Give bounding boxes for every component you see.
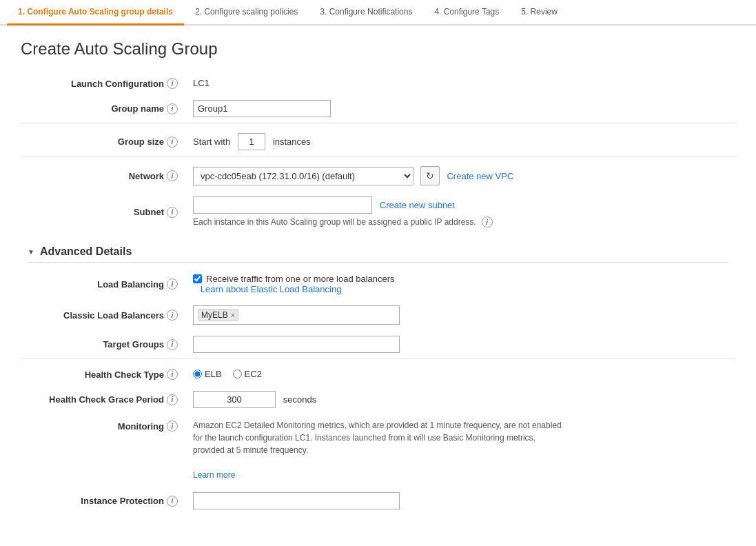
instance-protection-value-cell [186,487,735,515]
group-size-input[interactable] [238,133,265,150]
launch-config-row: Launch Configuration i LC1 [21,72,735,94]
page-title: Create Auto Scaling Group [21,39,735,59]
network-label-cell: Network i [21,156,186,192]
health-check-ec2-radio[interactable] [233,370,242,378]
group-size-prefix: Start with [193,136,230,147]
instance-protection-row: Instance Protection i [21,487,735,515]
ip-info-text: Each instance in this Auto Scaling group… [193,217,476,227]
monitoring-label: Monitoring [118,421,164,432]
classic-lb-label: Classic Load Balancers [63,310,164,321]
launch-config-value-cell: LC1 [186,72,735,94]
ip-info-icon[interactable]: i [482,216,493,228]
monitoring-label-cell: Monitoring i [21,414,186,487]
health-check-elb-label[interactable]: ELB [193,369,222,379]
advanced-details-chevron: ▼ [28,248,34,256]
network-select[interactable]: vpc-cdc05eab (172.31.0.0/16) (default) [193,167,413,185]
tab-configure-asg[interactable]: 1. Configure Auto Scaling group details [7,0,184,26]
health-check-grace-info-icon[interactable]: i [167,394,178,405]
monitoring-text: Amazon EC2 Detailed Monitoring metrics, … [193,421,562,455]
health-check-type-info-icon[interactable]: i [167,369,178,380]
ip-info-row: Each instance in this Auto Scaling group… [193,216,728,228]
monitoring-row: Monitoring i Amazon EC2 Detailed Monitor… [21,414,735,487]
health-check-grace-label-cell: Health Check Grace Period i [21,385,186,414]
instance-protection-info-icon[interactable]: i [167,496,178,507]
learn-elb-link[interactable]: Learn about Elastic Load Balancing [201,284,342,294]
load-balancing-checkbox-label[interactable]: Receive traffic from one or more load ba… [193,274,728,284]
health-check-type-row: Health Check Type i ELB EC2 [21,359,735,386]
advanced-details-toggle[interactable]: ▼ Advanced Details [28,239,728,262]
classic-lb-label-cell: Classic Load Balancers i [21,300,186,330]
advanced-details-header-row: ▼ Advanced Details [21,233,735,268]
health-check-type-label: Health Check Type [85,370,164,380]
myelb-tag-label: MyELB [201,310,228,320]
health-check-grace-suffix: seconds [283,394,316,405]
subnet-info-icon[interactable]: i [167,207,178,218]
create-vpc-link[interactable]: Create new VPC [447,171,513,181]
group-size-info-icon[interactable]: i [167,136,178,148]
create-subnet-link[interactable]: Create new subnet [380,200,455,210]
health-check-grace-row: Health Check Grace Period i seconds [21,385,735,414]
instance-protection-input[interactable] [193,492,400,509]
group-name-label-cell: Group name i [21,94,186,123]
network-refresh-button[interactable]: ↻ [420,166,440,185]
launch-config-label: Launch Configuration [71,79,164,89]
myelb-tag: MyELB × [198,309,238,321]
launch-config-info-icon[interactable]: i [167,78,178,89]
health-check-ec2-label[interactable]: EC2 [233,369,262,379]
target-groups-input[interactable] [193,336,400,353]
classic-lb-value-cell: MyELB × [186,300,735,330]
group-name-value-cell [186,94,735,123]
network-row: Network i vpc-cdc05eab (172.31.0.0/16) (… [21,156,735,192]
classic-lb-row: Classic Load Balancers i MyELB × [21,300,735,330]
monitoring-value-cell: Amazon EC2 Detailed Monitoring metrics, … [186,414,735,487]
health-check-grace-label: Health Check Grace Period [49,394,164,405]
instance-protection-label-cell: Instance Protection i [21,487,186,515]
advanced-details-header-cell: ▼ Advanced Details [21,233,735,268]
health-check-type-label-cell: Health Check Type i [21,359,186,386]
subnet-label: Subnet [134,207,164,217]
tab-notifications[interactable]: 3. Configure Notifications [309,0,423,26]
group-name-info-icon[interactable]: i [167,103,178,114]
group-size-suffix: instances [273,136,311,147]
tab-review[interactable]: 5. Review [510,0,569,26]
network-info-icon[interactable]: i [167,170,178,181]
health-check-type-radio-group: ELB EC2 [193,369,728,379]
target-groups-label: Target Groups [103,339,164,350]
group-name-label: Group name [111,103,164,114]
group-name-input[interactable] [193,100,331,117]
target-groups-row: Target Groups i [21,330,735,359]
group-size-row: Group size i Start with instances [21,123,735,156]
classic-lb-input[interactable]: MyELB × [193,305,400,325]
myelb-tag-remove[interactable]: × [231,311,235,319]
load-balancing-label: Load Balancing [97,279,164,290]
classic-lb-info-icon[interactable]: i [167,310,178,321]
page-content: Create Auto Scaling Group Launch Configu… [0,26,756,529]
advanced-details-label: Advanced Details [40,245,132,258]
load-balancing-info-icon[interactable]: i [167,279,178,290]
load-balancing-value-cell: Receive traffic from one or more load ba… [186,268,735,300]
target-groups-info-icon[interactable]: i [167,339,178,350]
network-label: Network [129,171,164,181]
group-size-value-cell: Start with instances [186,123,735,156]
health-check-grace-input[interactable] [193,391,276,408]
load-balancing-checkbox-text: Receive traffic from one or more load ba… [206,274,395,284]
load-balancing-checkbox[interactable] [193,274,202,283]
tab-tags[interactable]: 4. Configure Tags [423,0,510,26]
health-check-type-value-cell: ELB EC2 [186,359,735,386]
monitoring-info-icon[interactable]: i [167,421,178,432]
launch-config-label-cell: Launch Configuration i [21,72,186,94]
health-check-elb-radio[interactable] [193,370,202,378]
monitoring-learn-link[interactable]: Learn more [193,470,235,480]
subnet-input[interactable] [193,196,372,214]
group-size-label: Group size [118,136,164,147]
launch-config-value: LC1 [193,78,210,88]
health-check-elb-text: ELB [205,369,222,379]
health-check-grace-value-cell: seconds [186,385,735,414]
tab-scaling-policies[interactable]: 2. Configure scaling policies [184,0,309,26]
form-table: Launch Configuration i LC1 Group name i [21,72,735,515]
subnet-row: Subnet i Create new subnet Each instance… [21,191,735,233]
subnet-label-cell: Subnet i [21,191,186,233]
monitoring-text-container: Amazon EC2 Detailed Monitoring metrics, … [193,419,565,481]
subnet-value-cell: Create new subnet Each instance in this … [186,191,735,233]
group-size-label-cell: Group size i [21,123,186,156]
